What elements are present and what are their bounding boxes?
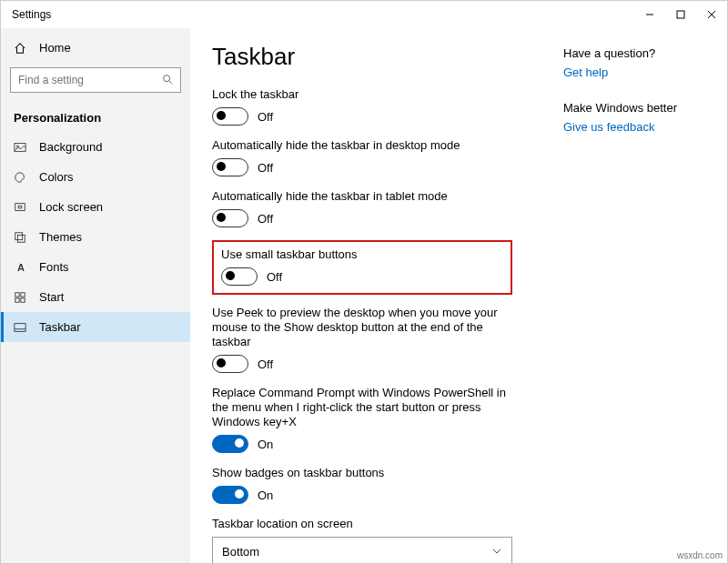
svg-rect-13 — [21, 292, 25, 296]
page-title: Taskbar — [212, 43, 541, 71]
category-label: Personalization — [1, 102, 190, 132]
minimize-button[interactable] — [634, 1, 665, 28]
sidebar-item-label: Colors — [39, 170, 74, 184]
home-label: Home — [39, 41, 71, 55]
feedback-link[interactable]: Give us feedback — [563, 120, 716, 134]
search-box[interactable] — [10, 67, 181, 93]
aside-heading: Have a question? — [563, 46, 716, 60]
themes-icon — [14, 231, 28, 244]
window-body: Home Personalization Background Colors L… — [1, 28, 727, 563]
setting-label: Use Peek to preview the desktop when you… — [212, 306, 512, 349]
toggle-badges[interactable] — [212, 486, 248, 504]
setting-lock-taskbar: Lock the taskbar Off — [212, 87, 512, 126]
chevron-down-icon — [491, 546, 502, 557]
window-controls — [634, 1, 727, 28]
lock-screen-icon — [14, 201, 28, 214]
get-help-link[interactable]: Get help — [563, 65, 716, 79]
setting-badges: Show badges on taskbar buttons On — [212, 466, 512, 504]
palette-icon — [14, 171, 28, 184]
home-icon — [14, 42, 28, 55]
svg-rect-10 — [15, 232, 23, 239]
fonts-icon: A — [14, 262, 28, 273]
setting-label: Lock the taskbar — [212, 87, 512, 102]
setting-peek: Use Peek to preview the desktop when you… — [212, 306, 512, 373]
toggle-autohide-tablet[interactable] — [212, 209, 248, 227]
sidebar-item-background[interactable]: Background — [1, 132, 190, 162]
toggle-state: Off — [258, 358, 273, 371]
home-button[interactable]: Home — [1, 34, 190, 62]
sidebar-item-label: Background — [39, 140, 102, 154]
svg-line-5 — [169, 81, 173, 85]
sidebar: Home Personalization Background Colors L… — [1, 28, 190, 563]
svg-rect-12 — [15, 292, 19, 296]
setting-label: Automatically hide the taskbar in tablet… — [212, 189, 512, 204]
content: Taskbar Lock the taskbar Off Automatical… — [190, 28, 727, 563]
setting-autohide-desktop: Automatically hide the taskbar in deskto… — [212, 138, 512, 176]
sidebar-item-colors[interactable]: Colors — [1, 162, 190, 192]
setting-autohide-tablet: Automatically hide the taskbar in tablet… — [212, 189, 512, 227]
watermark: wsxdn.com — [677, 550, 723, 560]
svg-rect-14 — [15, 297, 19, 301]
setting-label: Show badges on taskbar buttons — [212, 466, 512, 480]
toggle-small-buttons[interactable] — [221, 267, 258, 286]
window-title: Settings — [1, 8, 51, 21]
toggle-lock-taskbar[interactable] — [212, 107, 248, 126]
sidebar-item-label: Fonts — [39, 260, 69, 274]
settings-window: Settings Home Personalization Background — [0, 0, 728, 564]
sidebar-item-lock-screen[interactable]: Lock screen — [1, 192, 190, 222]
svg-rect-8 — [15, 203, 25, 210]
maximize-button[interactable] — [665, 1, 696, 28]
aside-panel: Have a question? Get help Make Windows b… — [563, 28, 727, 563]
toggle-peek[interactable] — [212, 355, 248, 373]
setting-label: Automatically hide the taskbar in deskto… — [212, 138, 512, 153]
toggle-state: Off — [258, 212, 273, 226]
svg-rect-11 — [17, 235, 25, 242]
svg-rect-15 — [21, 297, 25, 301]
toggle-state: Off — [258, 110, 273, 124]
sidebar-item-start[interactable]: Start — [1, 282, 190, 312]
toggle-state: On — [258, 438, 273, 451]
close-button[interactable] — [696, 1, 727, 28]
setting-label: Use small taskbar buttons — [221, 247, 503, 262]
sidebar-item-label: Taskbar — [39, 320, 81, 334]
titlebar: Settings — [1, 1, 727, 28]
sidebar-item-fonts[interactable]: A Fonts — [1, 252, 190, 282]
dropdown-value: Bottom — [222, 545, 259, 559]
svg-rect-6 — [15, 143, 25, 151]
aside-heading: Make Windows better — [563, 101, 716, 115]
svg-rect-16 — [15, 323, 25, 331]
toggle-state: Off — [267, 270, 282, 284]
svg-rect-1 — [677, 11, 684, 18]
sidebar-item-label: Themes — [39, 230, 82, 244]
sidebar-item-themes[interactable]: Themes — [1, 222, 190, 252]
main-panel[interactable]: Taskbar Lock the taskbar Off Automatical… — [190, 28, 563, 563]
sidebar-item-taskbar[interactable]: Taskbar — [1, 312, 190, 342]
search-input[interactable] — [10, 67, 181, 93]
dropdown-label: Taskbar location on screen — [212, 517, 541, 531]
toggle-powershell[interactable] — [212, 435, 248, 453]
highlighted-setting: Use small taskbar buttons Off — [212, 240, 512, 295]
sidebar-item-label: Start — [39, 290, 64, 304]
svg-rect-9 — [18, 206, 22, 208]
picture-icon — [14, 141, 28, 154]
search-icon — [161, 73, 174, 86]
toggle-state: On — [258, 488, 273, 502]
toggle-state: Off — [258, 161, 273, 175]
sidebar-item-label: Lock screen — [39, 200, 103, 214]
dropdown-taskbar-location[interactable]: Bottom — [212, 537, 512, 563]
svg-point-4 — [164, 76, 170, 82]
toggle-autohide-desktop[interactable] — [212, 158, 248, 176]
start-icon — [14, 291, 28, 304]
taskbar-icon — [14, 321, 28, 334]
setting-powershell: Replace Command Prompt with Windows Powe… — [212, 386, 512, 453]
setting-label: Replace Command Prompt with Windows Powe… — [212, 386, 512, 429]
